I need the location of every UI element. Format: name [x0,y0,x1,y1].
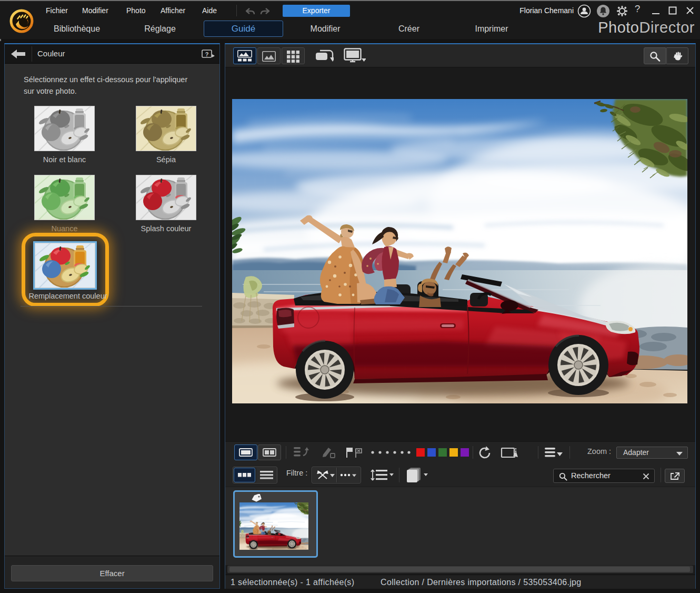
svg-text:?: ? [205,51,209,57]
